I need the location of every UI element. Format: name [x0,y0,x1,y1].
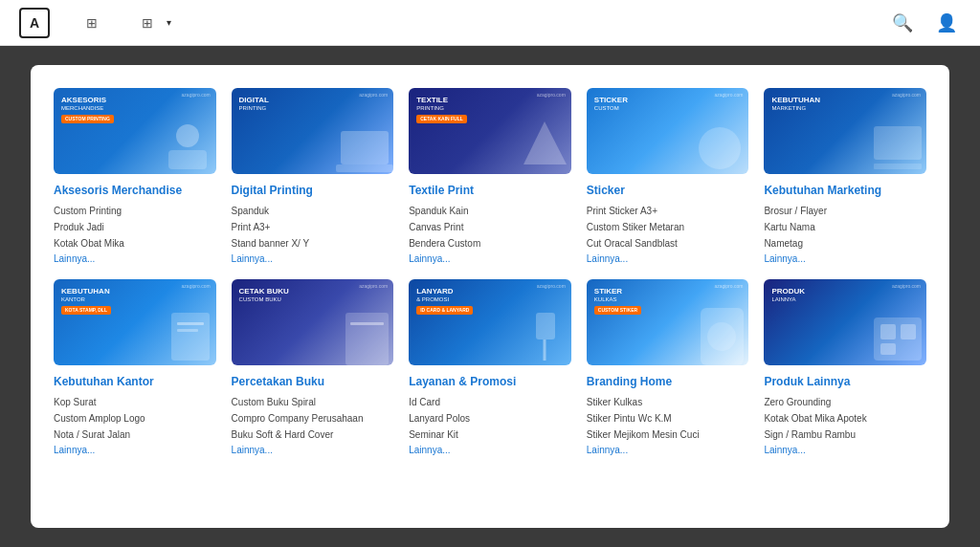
grid-icon: ⊞ [86,15,98,31]
nav-right: 🔍 👤 [888,9,961,37]
content-card: AKSESORIS MERCHANDISE CUSTOM PRINTING az… [31,65,949,528]
product-more-link[interactable]: Lainnya... [232,445,394,455]
svg-rect-20 [880,343,896,355]
main-area: AKSESORIS MERCHANDISE CUSTOM PRINTING az… [0,46,980,547]
product-more-link[interactable]: Lainnya... [587,445,749,455]
banner-label: AKSESORIS MERCHANDISE CUSTOM PRINTING [61,96,114,124]
product-sub-item: Bendera Custom [409,235,571,252]
user-button[interactable]: 👤 [932,9,961,37]
product-banner[interactable]: PRODUK LAINNYA azagipro.com [764,279,926,365]
product-title[interactable]: Percetakan Buku [232,375,394,388]
banner-image-area [482,279,571,365]
svg-point-5 [699,127,741,169]
logo-icon: A [19,8,50,38]
svg-rect-9 [177,322,204,325]
product-sub-item: Stiker Pintu Wc K.M [587,410,749,427]
svg-point-0 [176,124,199,147]
product-sub-item: Produk Jadi [54,219,216,235]
product-sub-item: Stiker Mejikom Mesin Cuci [587,427,749,443]
product-sub-item: Custom Stiker Metaran [587,219,749,235]
product-item-kantor: KEBUTUHAN KANTOR KOTA STAMP, DLL azagipr… [54,279,216,455]
banner-image-area [659,88,748,174]
product-more-link[interactable]: Lainnya... [764,253,926,264]
product-sub-item: Buku Soft & Hard Cover [232,427,394,443]
banner-tag: CUSTOM PRINTING [61,115,114,123]
product-sub-item: Compro Company Perusahaan [232,410,394,427]
product-sub-item: Cut Oracal Sandblast [587,235,749,252]
banner-label: PRODUK LAINNYA [771,287,805,304]
nav-kategori[interactable]: ⊞ ▾ [134,11,179,34]
product-title[interactable]: Layanan & Promosi [409,375,571,388]
nav-all-products[interactable]: ⊞ [78,11,111,34]
product-sub-item: Stiker Kulkas [587,394,749,410]
product-item-marketing: KEBUTUHAN MARKETING azagipro.com Kebutuh… [764,88,926,264]
banner-image-area [837,279,926,365]
product-sub-item: Custom Buku Spiral [232,394,394,410]
product-grid: AKSESORIS MERCHANDISE CUSTOM PRINTING az… [54,88,926,455]
product-banner[interactable]: LANYARD & PROMOSI ID CARD & LANYARD azag… [409,279,571,365]
svg-rect-1 [168,150,207,169]
banner-image-area [126,88,215,174]
product-item-digital: DIGITAL PRINTING azagipro.com Digital Pr… [232,88,394,264]
product-more-link[interactable]: Lainnya... [232,253,394,264]
product-title[interactable]: Kebutuhan Kantor [54,375,216,388]
product-sub-item: Nota / Surat Jalan [54,427,216,443]
svg-marker-4 [523,121,567,164]
product-item-textile: TEXTILE PRINTING CETAK KAIN FULL azagipr… [409,88,571,264]
product-sub-item: Seminar Kit [409,427,571,443]
product-title[interactable]: Sticker [587,184,749,197]
product-more-link[interactable]: Lainnya... [409,445,571,455]
banner-label: KEBUTUHAN KANTOR KOTA STAMP, DLL [61,287,111,316]
banner-tag: CUSTOM STIKER [594,306,641,315]
product-sub-item: Kop Surat [54,394,216,410]
banner-image-area [482,88,571,174]
product-more-link[interactable]: Lainnya... [587,253,749,264]
banner-image-area [126,279,215,365]
product-banner[interactable]: AKSESORIS MERCHANDISE CUSTOM PRINTING az… [54,88,216,174]
product-more-link[interactable]: Lainnya... [764,445,926,455]
product-item-buku: CETAK BUKU CUSTOM BUKU azagipro.com Perc… [232,279,394,455]
svg-rect-11 [345,313,389,365]
product-sub-item: Brosur / Flayer [764,203,926,219]
product-banner[interactable]: CETAK BUKU CUSTOM BUKU azagipro.com [232,279,394,365]
banner-image-area [659,279,748,365]
product-more-link[interactable]: Lainnya... [54,253,216,264]
product-title[interactable]: Kebutuhan Marketing [764,184,926,197]
product-sub-item: Print Sticker A3+ [587,203,749,219]
product-banner[interactable]: STICKER CUSTOM azagipro.com [587,88,749,174]
product-sub-item: Kartu Nama [764,219,926,235]
svg-rect-19 [901,324,916,339]
product-banner[interactable]: DIGITAL PRINTING azagipro.com [232,88,394,174]
product-sub-item: Canvas Print [409,219,571,235]
svg-rect-7 [874,164,922,169]
svg-rect-13 [536,313,555,339]
product-banner[interactable]: KEBUTUHAN KANTOR KOTA STAMP, DLL azagipr… [54,279,216,365]
product-sub-item: Custom Printing [54,203,216,219]
svg-rect-8 [171,313,210,361]
svg-rect-6 [874,126,922,160]
banner-label: STIKER KULKAS CUSTOM STIKER [594,287,641,316]
banner-label: LANYARD & PROMOSI ID CARD & LANYARD [416,287,473,316]
product-banner[interactable]: KEBUTUHAN MARKETING azagipro.com [764,88,926,174]
svg-rect-3 [336,164,393,172]
product-more-link[interactable]: Lainnya... [409,253,571,264]
navbar: A ⊞ ⊞ ▾ 🔍 👤 [0,0,980,46]
product-title[interactable]: Digital Printing [232,184,394,197]
product-title[interactable]: Aksesoris Merchandise [54,184,216,197]
product-item-lanyard: LANYARD & PROMOSI ID CARD & LANYARD azag… [409,279,571,455]
svg-point-16 [707,322,736,351]
product-title[interactable]: Textile Print [409,184,571,197]
product-banner[interactable]: TEXTILE PRINTING CETAK KAIN FULL azagipr… [409,88,571,174]
product-banner[interactable]: STIKER KULKAS CUSTOM STIKER azagipro.com [587,279,749,365]
product-item-branding: STIKER KULKAS CUSTOM STIKER azagipro.com… [587,279,749,455]
product-title[interactable]: Produk Lainnya [764,375,926,388]
svg-rect-18 [880,324,896,339]
product-sub-item: Spanduk [232,203,394,219]
search-button[interactable]: 🔍 [888,9,917,37]
product-title[interactable]: Branding Home [587,375,749,388]
banner-label: CETAK BUKU CUSTOM BUKU [239,287,289,304]
product-sub-item: Nametag [764,235,926,252]
logo[interactable]: A [19,8,56,38]
product-more-link[interactable]: Lainnya... [54,445,216,455]
banner-tag: CETAK KAIN FULL [416,115,467,123]
